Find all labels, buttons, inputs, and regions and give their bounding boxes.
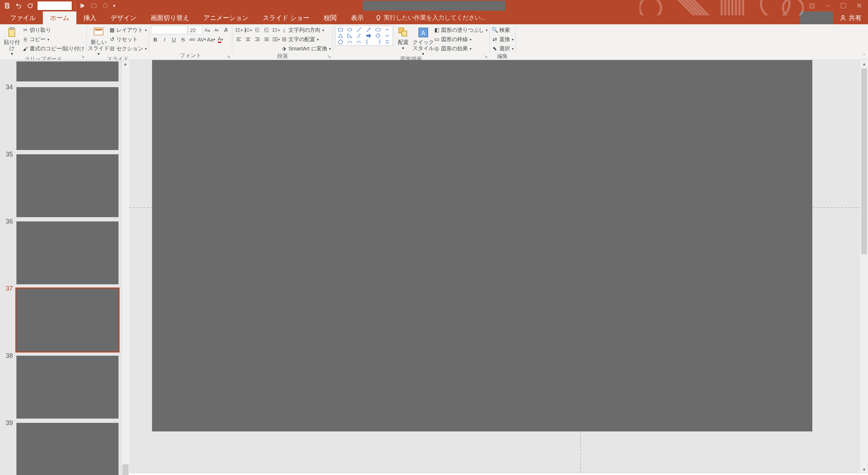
dialog-launcher-icon[interactable]: ↘ [484,54,489,59]
scrollbar-thumb[interactable] [861,69,867,254]
numbering-button[interactable]: 123▾ [244,26,252,34]
gallery-down-icon[interactable] [383,33,392,39]
customize-qat-dropdown[interactable]: ▾ [111,0,117,11]
underline-button[interactable]: U [170,35,178,44]
change-case-button[interactable]: Aa▾ [207,35,215,44]
tell-me-box[interactable] [375,11,498,24]
slide-canvas[interactable] [152,60,812,431]
font-size-input[interactable]: 22 [188,26,202,34]
scroll-up-icon[interactable]: ▴ [860,60,868,67]
notes-pane[interactable]: ノートを入力 [129,473,868,475]
align-center-button[interactable] [244,35,252,44]
slide-thumbnail[interactable] [16,61,118,81]
tell-me-input[interactable] [384,14,498,21]
svg-rect-54 [402,31,407,36]
redo-icon[interactable] [24,0,36,11]
shape-fill-label: 図形の塗りつぶし [441,27,484,34]
minimize-icon[interactable]: − [820,1,835,11]
shape-rtriangle-icon [345,33,354,39]
layout-button[interactable]: ▦レイアウト▾ [109,26,147,34]
tab-animations[interactable]: アニメーション [196,11,256,24]
shape-effects-button[interactable]: ◎図形の効果▾ [434,44,488,53]
quick-styles-button[interactable]: A クイック スタイル ▾ [414,26,433,56]
decrease-indent-button[interactable] [253,26,262,34]
thumbnail-pane: 34 35 36 37 38 39 ▴ ▾ [0,60,129,475]
character-spacing-button[interactable]: AV▾ [197,35,206,44]
dialog-launcher-icon[interactable]: ↘ [227,54,232,59]
new-slide-button[interactable]: 新しい スライド ▾ [89,26,108,56]
slide-thumbnail[interactable] [16,356,118,419]
gallery-up-icon[interactable] [383,27,392,32]
slide-thumbnail[interactable] [16,423,118,475]
tab-design[interactable]: デザイン [104,11,143,24]
thumbnail-scrollbar[interactable]: ▴ ▾ [121,60,129,475]
text-shadow-button[interactable]: abc [188,35,197,44]
scroll-up-icon[interactable]: ▴ [122,60,129,67]
tab-slideshow[interactable]: スライド ショー [256,11,317,24]
align-text-button[interactable]: ⊟文字の配置▾ [281,35,330,44]
increase-indent-button[interactable] [262,26,271,34]
scroll-down-icon[interactable]: ▾ [860,466,868,473]
shape-fill-button[interactable]: ◧図形の塗りつぶし▾ [434,26,488,34]
bullets-button[interactable]: ▾ [234,26,243,34]
qat-disabled-icon [88,0,100,11]
shapes-gallery[interactable] [335,26,393,46]
dialog-launcher-icon[interactable]: ↘ [327,54,332,59]
tab-transitions[interactable]: 画面切り替え [143,11,196,24]
paste-button[interactable]: 貼り付け ▾ [2,26,21,56]
text-direction-label: 文字列の方向 [288,27,321,34]
cut-button[interactable]: ✂切り取り [22,26,85,34]
slide-thumbnail[interactable] [16,87,118,150]
font-name-input[interactable] [151,26,187,34]
share-button[interactable]: 共有 [833,11,868,24]
justify-button[interactable] [262,35,271,44]
font-color-button[interactable]: A▾ [216,35,224,44]
text-direction-button[interactable]: ↕文字列の方向▾ [281,26,330,34]
line-spacing-button[interactable]: ▾ [272,26,280,34]
decrease-font-icon[interactable]: A▾ [212,26,221,34]
italic-button[interactable]: I [160,35,169,44]
shape-curve-icon [345,39,354,45]
replace-button[interactable]: ⇄置換▾ [492,35,514,44]
thumb-number: 34 [0,82,15,149]
close-icon[interactable]: ✕ [852,1,867,11]
increase-font-icon[interactable]: A▴ [203,26,212,34]
select-button[interactable]: ⬉選択▾ [492,44,514,53]
find-button[interactable]: 🔍検索 [492,26,514,34]
ribbon-options-icon[interactable]: ⊡ [804,1,819,11]
strikethrough-button[interactable]: S [179,35,187,44]
scissors-icon: ✂ [22,27,29,33]
gallery-more-icon[interactable] [383,39,392,45]
user-account-box[interactable] [800,11,833,24]
tab-file[interactable]: ファイル [3,11,43,24]
tab-insert[interactable]: 挿入 [76,11,104,24]
align-right-button[interactable] [253,35,262,44]
undo-icon[interactable] [13,0,24,11]
start-from-beginning-icon[interactable] [77,0,88,11]
quickaccess-dropdown[interactable] [37,1,72,10]
section-button[interactable]: ⊟セクション▾ [109,44,147,53]
maximize-icon[interactable]: ☐ [836,1,851,11]
save-icon[interactable] [1,0,13,11]
arrange-button[interactable]: 配置 ▾ [394,26,413,50]
scrollbar-thumb[interactable] [122,464,128,475]
tab-review[interactable]: 校閲 [317,11,344,24]
format-painter-button[interactable]: 🖌書式のコピー/貼り付け [22,44,85,53]
tab-view[interactable]: 表示 [344,11,371,24]
slide-thumbnail[interactable] [16,221,118,284]
columns-button[interactable]: ▾ [272,35,280,44]
slide-thumbnail[interactable] [16,289,118,351]
reset-button[interactable]: ↺リセット [109,35,147,44]
thumb-number: 37 [0,284,15,351]
vertical-scrollbar[interactable]: ▴ ▾ [860,60,868,473]
shape-outline-button[interactable]: ▭図形の枠線▾ [434,35,488,44]
collapse-ribbon-icon[interactable]: ˄ [861,52,867,59]
align-left-button[interactable] [234,35,243,44]
copy-button[interactable]: ⎘コピー▾ [22,35,85,44]
slide-thumbnail[interactable] [16,154,118,217]
dialog-launcher-icon[interactable]: ↘ [81,54,86,59]
clear-formatting-icon[interactable]: A̷ [222,26,230,34]
smartart-button[interactable]: ⬗SmartArt に変換▾ [281,44,330,53]
tab-home[interactable]: ホーム [43,11,76,24]
bold-button[interactable]: B [151,35,160,44]
